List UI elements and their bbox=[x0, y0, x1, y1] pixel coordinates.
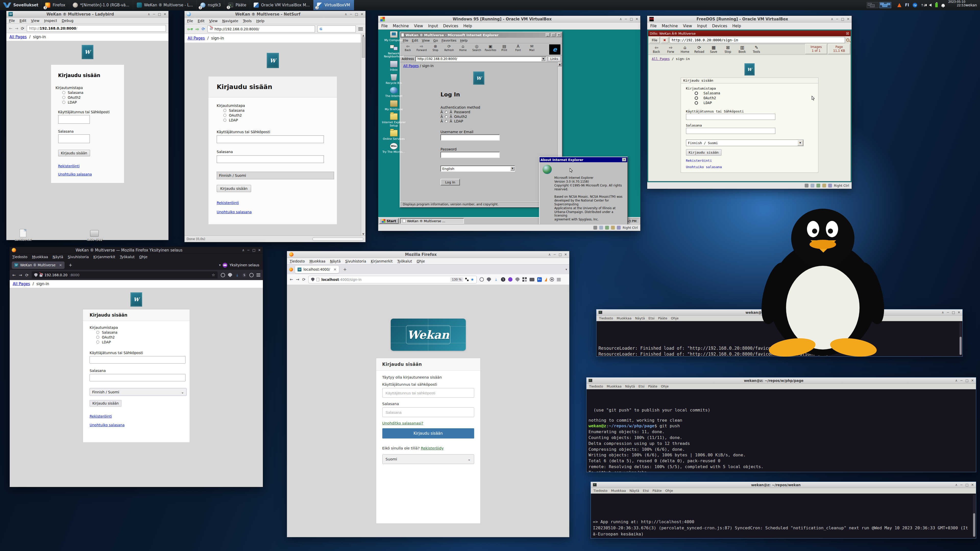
auth-method-radio[interactable] bbox=[445, 120, 448, 123]
notifications-icon[interactable] bbox=[942, 4, 945, 6]
menu-item[interactable]: Etsi bbox=[643, 489, 649, 492]
back-button[interactable]: ← bbox=[12, 273, 16, 278]
minimize-button[interactable]: − bbox=[960, 379, 963, 383]
menu-item[interactable]: Muokkaa bbox=[607, 384, 621, 388]
menu-item[interactable]: Näytä bbox=[629, 489, 639, 492]
language-select[interactable]: Finnish / Suomi⌄ bbox=[89, 388, 186, 396]
username-input[interactable] bbox=[686, 114, 775, 120]
back-button[interactable]: ← bbox=[290, 277, 293, 282]
minimize-button[interactable]: − bbox=[153, 12, 156, 16]
menu-item[interactable]: Ohje bbox=[661, 384, 669, 388]
auth-method-radio[interactable] bbox=[695, 101, 698, 105]
language-select[interactable]: English▼ bbox=[441, 165, 515, 171]
menu-item[interactable]: File bbox=[187, 19, 193, 23]
new-tab-button[interactable]: + bbox=[341, 267, 348, 272]
shade-button[interactable]: ∧ bbox=[345, 12, 347, 16]
account-icon[interactable] bbox=[249, 273, 254, 277]
password-input[interactable] bbox=[382, 407, 474, 417]
titlebar[interactable]: wekan@z: ~/repos/wekan ∧−□✕ bbox=[591, 482, 976, 488]
menu-item[interactable]: Sivuhistoria bbox=[345, 259, 366, 263]
extension-icon[interactable] bbox=[508, 277, 512, 282]
tab-wekan[interactable]: WeKan ® Multiverse ✕ bbox=[12, 262, 65, 269]
ie-toolbar-button[interactable]: ⟳ Refresh bbox=[442, 44, 456, 52]
taskbar-button[interactable]: Oracle VM VirtualBox M... bbox=[250, 0, 313, 10]
account-icon[interactable] bbox=[550, 277, 554, 282]
win95-desktop-icon[interactable]: Internet Explorer Setup bbox=[380, 113, 408, 127]
titlebar[interactable]: Windows 95 [Running] - Oracle VM Virtual… bbox=[378, 16, 640, 22]
menu-item[interactable]: Edit bbox=[19, 19, 26, 23]
shade-button[interactable]: ∧ bbox=[942, 310, 944, 314]
taskbar-task-button[interactable]: WeKan ® Multiverse ... bbox=[400, 218, 464, 224]
applications-menu[interactable]: Sovellukset bbox=[0, 0, 41, 10]
dillo-toolbar-button[interactable]: ⌂ Home bbox=[678, 45, 692, 54]
terminal-output[interactable]: (use "git push" to publish your local co… bbox=[587, 389, 976, 472]
minimize-button[interactable]: _ bbox=[546, 33, 550, 37]
reload-button[interactable]: ⟳ bbox=[302, 277, 305, 282]
network-icon[interactable]: ↑↓ bbox=[921, 3, 925, 7]
menu-item[interactable]: Tiedosto bbox=[593, 489, 608, 492]
menu-item[interactable]: Input bbox=[697, 24, 707, 28]
all-pages-link[interactable]: All Pages bbox=[13, 282, 30, 286]
taskbar-button[interactable]: WeKan ® Multiverse - L... bbox=[133, 0, 197, 10]
username-input[interactable] bbox=[58, 115, 90, 124]
titlebar[interactable]: WeKan ® Multiverse - NetSurf ∧−□✕ bbox=[185, 11, 366, 17]
menu-item[interactable]: Tiedosto bbox=[12, 255, 27, 259]
minimize-button[interactable]: − bbox=[836, 17, 838, 21]
menu-item[interactable]: Ohje bbox=[139, 255, 147, 259]
tab-close-icon[interactable]: ✕ bbox=[334, 267, 336, 272]
workspace-switcher[interactable] bbox=[864, 0, 894, 10]
all-pages-link[interactable]: All Pages bbox=[10, 35, 27, 39]
dillo-toolbar-button[interactable]: ▦ Save bbox=[707, 45, 720, 54]
close-button[interactable]: ✕ bbox=[622, 158, 626, 162]
menu-item[interactable]: Työkalut bbox=[120, 255, 135, 259]
minimize-button[interactable]: − bbox=[960, 483, 963, 487]
menu-item[interactable]: Devices bbox=[443, 24, 458, 28]
win95-desktop-icon[interactable]: My Briefcase bbox=[380, 100, 408, 111]
menu-item[interactable]: Tiedosto bbox=[599, 316, 613, 320]
bookmark-star-icon[interactable]: ☆ bbox=[212, 273, 215, 277]
menu-item[interactable]: Help bbox=[463, 24, 472, 28]
reload-button[interactable]: ⟳ bbox=[21, 26, 24, 31]
signin-button[interactable]: Kirjaudu sisään bbox=[89, 400, 121, 407]
menu-item[interactable]: Edit bbox=[412, 38, 418, 42]
win95-desktop-icon[interactable]: Online Services bbox=[380, 130, 408, 141]
bookmark-star-icon[interactable]: ★ bbox=[471, 277, 474, 282]
shade-button[interactable]: ∧ bbox=[242, 248, 245, 252]
forward-button[interactable]: → bbox=[15, 26, 18, 31]
menu-item[interactable]: Kirjanmerkit bbox=[371, 259, 393, 263]
menu-icon[interactable] bbox=[256, 273, 260, 276]
titlebar[interactable]: WeKan ® Multiverse — Mozilla Firefox Yks… bbox=[10, 247, 263, 254]
new-tab-button[interactable]: + bbox=[67, 262, 74, 268]
keyboard-layout-indicator[interactable]: FI bbox=[905, 3, 909, 7]
ie-toolbar-button[interactable]: ⌂ Home bbox=[456, 44, 469, 52]
menu-item[interactable]: Ohje bbox=[671, 316, 679, 320]
all-pages-link[interactable]: All Pages bbox=[652, 57, 670, 61]
maximize-button[interactable]: □ bbox=[630, 17, 633, 21]
reader-shrink-icon[interactable] bbox=[465, 278, 469, 281]
dillo-toolbar-button[interactable]: ⟳ Reload bbox=[693, 45, 706, 54]
username-input[interactable] bbox=[89, 356, 186, 364]
dillo-toolbar-button[interactable]: ⇨ Forw bbox=[664, 45, 677, 54]
menu-item[interactable]: View bbox=[31, 19, 40, 23]
address-dropdown-button[interactable]: ▼ bbox=[541, 57, 546, 61]
maximize-button[interactable]: □ bbox=[252, 248, 256, 252]
desktop-icon-sanitize[interactable]: sanitize.txt bbox=[8, 229, 38, 241]
username-input[interactable] bbox=[217, 135, 324, 143]
shade-button[interactable]: ∧ bbox=[955, 379, 958, 383]
shade-button[interactable]: ∧ bbox=[548, 252, 551, 256]
menu-item[interactable]: Näytä bbox=[52, 255, 63, 259]
language-select[interactable]: Finnish / Suomi bbox=[217, 171, 334, 179]
minimize-button[interactable]: − bbox=[350, 12, 352, 16]
maximize-button[interactable]: □ bbox=[355, 12, 358, 16]
terminal-output[interactable]: => App running at: http://localhost:4000… bbox=[591, 494, 976, 538]
close-button[interactable]: ✕ bbox=[635, 17, 638, 21]
auth-method-radio[interactable] bbox=[223, 119, 226, 122]
register-link[interactable]: Rekisteröinti bbox=[217, 201, 329, 205]
url-bar[interactable]: http://192.168.0.20:8000/ bbox=[27, 25, 166, 32]
menu-item[interactable]: File bbox=[381, 24, 388, 28]
close-button[interactable]: ✕ bbox=[958, 310, 960, 314]
select-dropdown-button[interactable]: ▼ bbox=[511, 167, 514, 171]
scrollbar[interactable] bbox=[959, 322, 962, 355]
shade-button[interactable]: ∧ bbox=[955, 483, 958, 487]
titlebar[interactable]: Mozilla Firefox ∧−□✕ bbox=[287, 251, 569, 258]
